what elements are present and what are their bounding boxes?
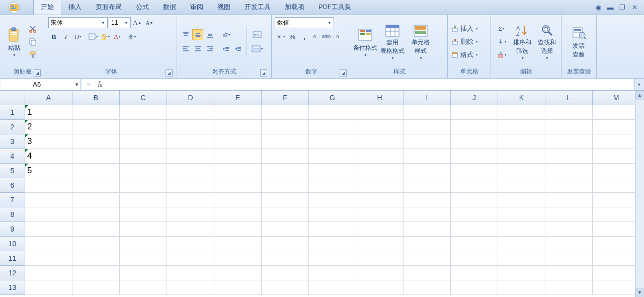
cell-M8[interactable] [593, 207, 635, 222]
align-center-button[interactable] [192, 43, 203, 54]
merge-center-button[interactable]: ▾ [250, 43, 264, 54]
cell-M5[interactable] [593, 164, 635, 178]
tab-公式[interactable]: 公式 [129, 0, 156, 15]
cell-I1[interactable] [404, 105, 451, 120]
cell-G2[interactable] [309, 120, 356, 134]
cell-B11[interactable] [72, 251, 120, 266]
cell-D3[interactable] [167, 134, 214, 149]
help-icon[interactable]: ◉ [594, 4, 603, 12]
cell-B4[interactable] [72, 149, 120, 164]
row-header-12[interactable]: 12 [0, 266, 25, 280]
cell-H3[interactable] [356, 134, 404, 149]
cell-C2[interactable] [120, 120, 167, 134]
cell-L7[interactable] [545, 193, 593, 207]
col-header-M[interactable]: M [593, 91, 635, 105]
cell-D11[interactable] [167, 251, 214, 266]
row-header-7[interactable]: 7 [0, 193, 25, 207]
format-painter-button[interactable] [27, 49, 38, 60]
col-header-E[interactable]: E [214, 91, 262, 105]
cell-L8[interactable] [545, 207, 593, 222]
spreadsheet-grid[interactable]: ABCDEFGHIJKLM1122334455678910111213 [0, 91, 635, 295]
cell-I4[interactable] [404, 149, 451, 164]
name-box-input[interactable] [1, 81, 73, 88]
col-header-J[interactable]: J [451, 91, 498, 105]
cell-E1[interactable] [214, 105, 262, 120]
cell-C6[interactable] [120, 178, 167, 193]
cell-L3[interactable] [545, 134, 593, 149]
bold-button[interactable]: B [48, 31, 59, 42]
cell-C13[interactable] [120, 280, 167, 295]
row-header-11[interactable]: 11 [0, 251, 25, 266]
cell-E4[interactable] [214, 149, 262, 164]
format-cells-button[interactable]: 格式▾ [451, 49, 487, 60]
row-header-1[interactable]: 1 [0, 105, 25, 120]
cell-L1[interactable] [545, 105, 593, 120]
cell-J9[interactable] [451, 222, 498, 237]
cell-E2[interactable] [214, 120, 262, 134]
cell-A8[interactable] [25, 207, 72, 222]
cell-H8[interactable] [356, 207, 404, 222]
cell-I10[interactable] [404, 237, 451, 251]
cell-J2[interactable] [451, 120, 498, 134]
expand-formula-bar[interactable]: ▾ [634, 79, 644, 90]
cell-L2[interactable] [545, 120, 593, 134]
cell-A4[interactable]: 4 [25, 149, 72, 164]
office-button[interactable] [0, 0, 28, 15]
cell-I8[interactable] [404, 207, 451, 222]
cell-M2[interactable] [593, 120, 635, 134]
copy-button[interactable] [27, 36, 38, 47]
cell-J8[interactable] [451, 207, 498, 222]
cell-F7[interactable] [262, 193, 309, 207]
italic-button[interactable]: I [60, 31, 71, 42]
cell-F6[interactable] [262, 178, 309, 193]
orientation-button[interactable]: ab▾ [220, 29, 231, 40]
cell-G9[interactable] [309, 222, 356, 237]
cell-F3[interactable] [262, 134, 309, 149]
cell-H6[interactable] [356, 178, 404, 193]
cell-E8[interactable] [214, 207, 262, 222]
tab-审阅[interactable]: 审阅 [183, 0, 210, 15]
cell-J13[interactable] [451, 280, 498, 295]
cell-E5[interactable] [214, 164, 262, 178]
cell-H4[interactable] [356, 149, 404, 164]
cell-L4[interactable] [545, 149, 593, 164]
cell-D7[interactable] [167, 193, 214, 207]
cell-F8[interactable] [262, 207, 309, 222]
cell-L10[interactable] [545, 237, 593, 251]
cell-G10[interactable] [309, 237, 356, 251]
col-header-B[interactable]: B [72, 91, 120, 105]
cell-K10[interactable] [498, 237, 545, 251]
cell-H11[interactable] [356, 251, 404, 266]
cell-J4[interactable] [451, 149, 498, 164]
cell-K7[interactable] [498, 193, 545, 207]
formula-input[interactable] [105, 81, 633, 88]
cell-H9[interactable] [356, 222, 404, 237]
borders-button[interactable]: ▾ [88, 31, 99, 42]
phonetic-button[interactable]: 变▾ [127, 31, 138, 42]
name-box-dropdown[interactable]: ▼ [73, 82, 80, 87]
cut-button[interactable] [27, 23, 38, 34]
cell-K11[interactable] [498, 251, 545, 266]
cell-A9[interactable] [25, 222, 72, 237]
cell-G12[interactable] [309, 266, 356, 280]
fill-color-button[interactable]: ▾ [100, 31, 111, 42]
align-bottom-button[interactable] [204, 29, 215, 40]
col-header-G[interactable]: G [309, 91, 356, 105]
cell-K1[interactable] [498, 105, 545, 120]
cell-G3[interactable] [309, 134, 356, 149]
scroll-track[interactable] [635, 100, 644, 288]
cell-A1[interactable]: 1 [25, 105, 72, 120]
cell-L5[interactable] [545, 164, 593, 178]
cell-M1[interactable] [593, 105, 635, 120]
cell-E3[interactable] [214, 134, 262, 149]
row-header-3[interactable]: 3 [0, 134, 25, 149]
cell-B5[interactable] [72, 164, 120, 178]
cell-I2[interactable] [404, 120, 451, 134]
cell-C8[interactable] [120, 207, 167, 222]
cell-G11[interactable] [309, 251, 356, 266]
name-box[interactable]: ▼ [1, 79, 81, 90]
row-header-8[interactable]: 8 [0, 207, 25, 222]
cell-L12[interactable] [545, 266, 593, 280]
autosum-button[interactable]: Σ▾ [494, 23, 509, 34]
cell-J1[interactable] [451, 105, 498, 120]
